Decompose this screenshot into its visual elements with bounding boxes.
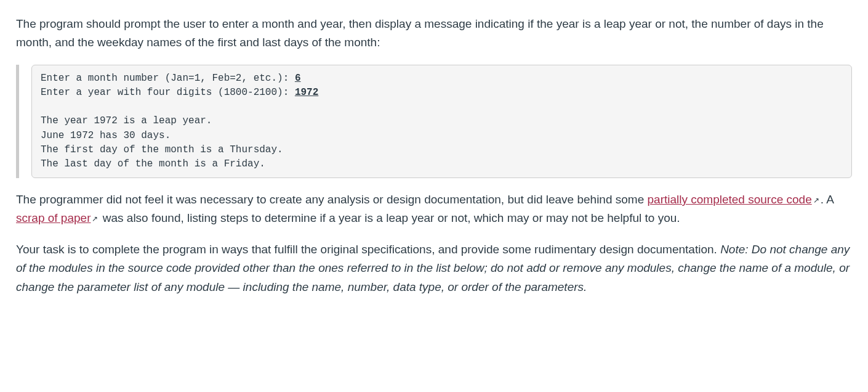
code-line-1-input: 6 — [295, 73, 301, 84]
code-line-6: The last day of the month is a Friday. — [41, 158, 265, 169]
link-scrap-of-paper[interactable]: scrap of paper — [16, 211, 90, 224]
documentation-paragraph: The programmer did not feel it was neces… — [16, 190, 852, 228]
link-source-code[interactable]: partially completed source code — [648, 193, 812, 206]
p3-plain: Your task is to complete the program in … — [16, 243, 720, 256]
p2-part1: The programmer did not feel it was neces… — [16, 193, 648, 206]
code-line-2-prompt: Enter a year with four digits (1800-2100… — [41, 87, 295, 98]
code-line-5: The first day of the month is a Thursday… — [41, 144, 283, 155]
code-line-2-input: 1972 — [295, 87, 318, 98]
external-link-icon: ↗ — [92, 213, 98, 225]
sample-output-block: Enter a month number (Jan=1, Feb=2, etc.… — [16, 65, 852, 178]
sample-output-code: Enter a month number (Jan=1, Feb=2, etc.… — [31, 65, 852, 178]
code-line-1-prompt: Enter a month number (Jan=1, Feb=2, etc.… — [41, 73, 295, 84]
external-link-icon: ↗ — [813, 195, 819, 206]
intro-paragraph: The program should prompt the user to en… — [16, 15, 852, 52]
p2-part2: . A — [821, 193, 834, 206]
task-paragraph: Your task is to complete the program in … — [16, 240, 852, 296]
code-line-3: The year 1972 is a leap year. — [41, 115, 212, 126]
p2-part3: was also found, listing steps to determi… — [99, 211, 680, 224]
code-line-4: June 1972 has 30 days. — [41, 130, 171, 141]
